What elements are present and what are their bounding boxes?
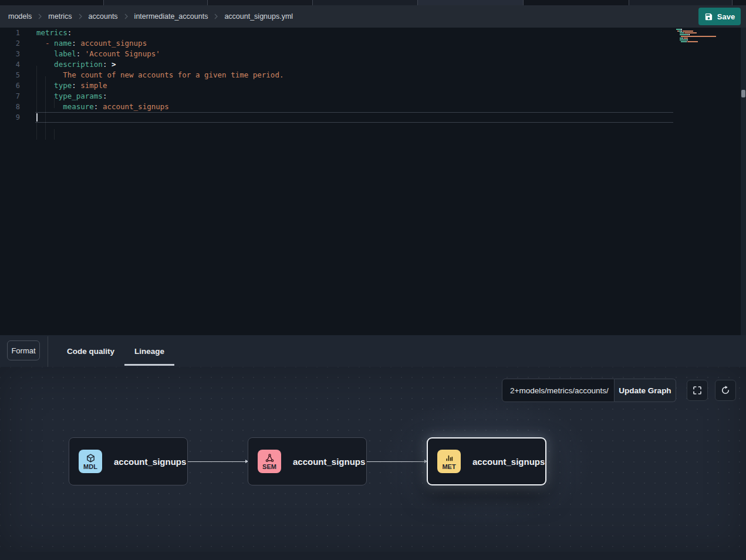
panel-tabs: Code qualityLineage bbox=[57, 335, 174, 367]
refresh-graph-button[interactable] bbox=[715, 380, 736, 401]
breadcrumb-item[interactable]: models bbox=[8, 12, 32, 21]
code-line[interactable]: 1metrics: bbox=[0, 28, 746, 38]
line-number: 7 bbox=[0, 91, 20, 102]
panel-tab-row: Format Code qualityLineage bbox=[0, 335, 746, 367]
update-graph-button[interactable]: Update Graph bbox=[615, 379, 676, 402]
code-line[interactable]: 2 - name: account_signups bbox=[0, 38, 746, 49]
line-number: 2 bbox=[0, 38, 20, 49]
node-label: account_signups bbox=[114, 457, 186, 467]
indent-guide bbox=[45, 76, 46, 140]
node-label: account_signups bbox=[293, 457, 365, 467]
node-label: account_signups bbox=[472, 457, 545, 467]
tab-sliver bbox=[0, 0, 104, 5]
lineage-node-mdl[interactable]: MDLaccount_signups bbox=[69, 437, 188, 485]
tab-sliver bbox=[524, 0, 629, 5]
chevron-right-icon bbox=[213, 14, 219, 19]
editor-scrollbar[interactable] bbox=[741, 28, 746, 335]
sem-badge: SEM bbox=[258, 450, 281, 473]
mdl-badge: MDL bbox=[79, 450, 102, 473]
chevron-right-icon bbox=[37, 14, 43, 19]
status-strip bbox=[0, 552, 746, 560]
scrollbar-thumb[interactable] bbox=[741, 90, 745, 97]
tab-sliver bbox=[418, 0, 524, 5]
lineage-canvas[interactable]: Update Graph MDLaccount_signupsSEMaccoun… bbox=[0, 367, 746, 552]
tab-sliver bbox=[313, 0, 418, 5]
lineage-edge bbox=[367, 461, 427, 462]
indent-guide bbox=[54, 97, 55, 108]
tab-sliver bbox=[629, 0, 733, 5]
bar-chart-icon bbox=[444, 453, 454, 463]
code-line[interactable]: 8 measure: account_signups bbox=[0, 102, 746, 112]
graph-controls: Update Graph bbox=[502, 379, 676, 402]
line-number: 3 bbox=[0, 49, 20, 59]
lineage-edge bbox=[188, 461, 248, 462]
code-line[interactable]: 6 type: simple bbox=[0, 80, 746, 91]
breadcrumb-bar: modelsmetricsaccountsintermediate_accoun… bbox=[0, 5, 746, 28]
badge-label: MET bbox=[442, 463, 455, 470]
breadcrumb-item[interactable]: account_signups.yml bbox=[224, 12, 293, 21]
lineage-selector-input[interactable] bbox=[502, 379, 615, 402]
breadcrumb-item[interactable]: intermediate_accounts bbox=[134, 12, 208, 21]
line-number: 6 bbox=[0, 80, 20, 91]
line-number: 8 bbox=[0, 102, 20, 112]
line-number: 1 bbox=[0, 28, 20, 38]
tab-divider bbox=[48, 336, 48, 372]
save-label: Save bbox=[717, 12, 735, 21]
indent-guide bbox=[36, 66, 37, 140]
lineage-node-sem[interactable]: SEMaccount_signups bbox=[248, 437, 367, 485]
cube-icon bbox=[86, 453, 96, 463]
code-line[interactable]: 7 type_params: bbox=[0, 91, 746, 102]
top-tab-strip bbox=[0, 0, 746, 5]
badge-label: SEM bbox=[262, 463, 276, 470]
code-line[interactable]: 4 description: > bbox=[0, 59, 746, 70]
line-number: 5 bbox=[0, 70, 20, 80]
tab-sliver bbox=[208, 0, 313, 5]
breadcrumb: modelsmetricsaccountsintermediate_accoun… bbox=[8, 12, 293, 21]
ide-window: modelsmetricsaccountsintermediate_accoun… bbox=[0, 0, 746, 560]
bottom-panel: Format Code qualityLineage Update Graph bbox=[0, 335, 746, 560]
fullscreen-button[interactable] bbox=[687, 380, 708, 401]
line-number: 4 bbox=[0, 59, 20, 70]
code-line[interactable]: 9 bbox=[0, 112, 746, 123]
breadcrumb-item[interactable]: accounts bbox=[89, 12, 118, 21]
code-lines: 1metrics:2 - name: account_signups3 labe… bbox=[0, 28, 746, 123]
semantic-graph-icon bbox=[265, 453, 275, 463]
tab-code-quality[interactable]: Code quality bbox=[57, 335, 124, 367]
chevron-right-icon bbox=[77, 14, 83, 19]
lineage-node-met[interactable]: METaccount_signups bbox=[427, 437, 546, 485]
chevron-right-icon bbox=[123, 14, 129, 19]
minimap[interactable] bbox=[676, 29, 732, 45]
line-number: 9 bbox=[0, 112, 20, 123]
met-badge: MET bbox=[437, 450, 461, 473]
code-editor[interactable]: 1metrics:2 - name: account_signups3 labe… bbox=[0, 28, 746, 335]
tab-lineage[interactable]: Lineage bbox=[124, 335, 174, 367]
save-floppy-icon bbox=[704, 12, 713, 21]
indent-guide bbox=[54, 129, 55, 140]
badge-label: MDL bbox=[83, 463, 97, 470]
refresh-icon bbox=[720, 385, 731, 396]
fullscreen-icon bbox=[692, 385, 703, 396]
breadcrumb-item[interactable]: metrics bbox=[48, 12, 72, 21]
code-line[interactable]: 5 The count of new accounts for a given … bbox=[0, 70, 746, 80]
save-button[interactable]: Save bbox=[698, 8, 741, 25]
format-button[interactable]: Format bbox=[7, 340, 40, 360]
code-line[interactable]: 3 label: 'Account Signups' bbox=[0, 49, 746, 59]
tab-sliver bbox=[733, 0, 746, 5]
tab-sliver bbox=[104, 0, 208, 5]
